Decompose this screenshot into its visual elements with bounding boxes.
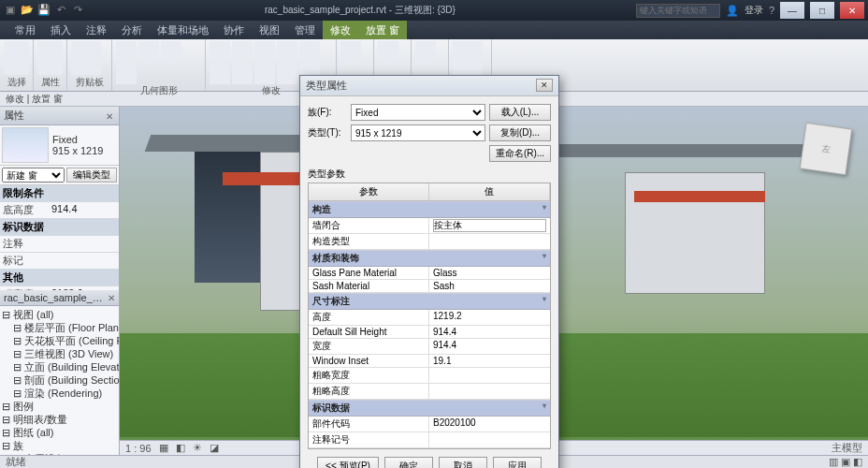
viewcube[interactable]: 左 (800, 123, 852, 175)
paste-tool-icon[interactable] (71, 41, 101, 75)
trim-icon[interactable] (299, 41, 320, 62)
cancel-button[interactable]: 取消 (439, 457, 487, 468)
rotate-icon[interactable] (254, 41, 275, 62)
create-icon[interactable] (415, 41, 436, 62)
copy-icon[interactable] (232, 41, 253, 62)
prop-sillheight-value[interactable]: 914.4 (51, 203, 116, 217)
param-value[interactable]: B2020100 (429, 417, 550, 431)
family-select[interactable]: Fixed (351, 104, 485, 121)
param-value[interactable]: Sash (429, 280, 550, 292)
prop-group-identity[interactable]: 标识数据 (0, 219, 119, 236)
tab-home[interactable]: 常用 (7, 21, 43, 39)
open-icon[interactable]: 📂 (21, 4, 34, 17)
tab-context[interactable]: 放置 窗 (358, 21, 407, 39)
rename-button[interactable]: 重命名(R)... (489, 145, 551, 162)
array-icon[interactable] (254, 64, 275, 84)
tree-node[interactable]: ⊟ 天花板平面 (Ceiling Plan) (2, 334, 117, 347)
help-icon[interactable]: ? (769, 5, 774, 16)
maximize-button[interactable]: □ (810, 2, 834, 19)
properties-tool-icon[interactable] (37, 41, 63, 75)
param-value[interactable] (429, 384, 550, 399)
tree-node[interactable]: ⊟ 立面 (Building Elevation) (2, 360, 117, 373)
dialog-close-icon[interactable]: ✕ (536, 79, 553, 92)
prop-mark-value[interactable] (51, 254, 116, 268)
prop-group-other[interactable]: 其他 (0, 270, 119, 286)
measure-icon[interactable] (378, 41, 398, 62)
tree-node[interactable]: ⊟ 视图 (all) (2, 308, 117, 321)
prop-group-constraints[interactable]: 限制条件 (0, 185, 119, 202)
param-value[interactable]: 914.4 (429, 326, 550, 338)
tab-insert[interactable]: 插入 (43, 21, 79, 39)
offset-icon[interactable] (210, 64, 230, 84)
join-geom-icon[interactable] (138, 41, 159, 62)
project-browser-tree[interactable]: ⊟ 视图 (all)⊟ 楼层平面 (Floor Plan)⊟ 天花板平面 (Ce… (0, 306, 119, 455)
tree-node[interactable]: ⊟ 三维视图 (3D View) (2, 347, 117, 360)
detail-level-icon[interactable]: ▦ (159, 442, 168, 454)
param-value[interactable] (429, 218, 550, 233)
browser-close-icon[interactable]: ✕ (108, 293, 115, 302)
login-link[interactable]: 登录 (745, 4, 763, 17)
tab-massing[interactable]: 体量和场地 (150, 21, 216, 39)
view-scale[interactable]: 1 : 96 (125, 443, 152, 454)
tree-node[interactable]: ⊟ 明细表/数量 (2, 413, 117, 426)
cope-icon[interactable] (161, 41, 181, 62)
tree-node[interactable]: ⊟ 族 (2, 439, 117, 452)
browser-panel-header[interactable]: rac_basic_sample_project.rvt ✕ (0, 290, 119, 306)
param-value[interactable]: 914.4 (429, 339, 550, 354)
app-menu-icon[interactable]: ▣ (4, 4, 17, 17)
param-value[interactable]: Glass (429, 267, 550, 279)
view-icon[interactable] (340, 41, 361, 62)
param-group-header[interactable]: 材质和装饰 (309, 250, 550, 267)
select-tool-icon[interactable] (4, 41, 29, 75)
cut-geom-icon[interactable] (116, 41, 137, 62)
close-button[interactable]: ✕ (840, 2, 864, 19)
shadows-icon[interactable]: ◪ (210, 442, 219, 454)
help-search-input[interactable] (636, 4, 720, 18)
param-value[interactable] (429, 234, 550, 249)
properties-panel-header[interactable]: 属性 ✕ (0, 107, 119, 125)
ok-button[interactable]: 确定 (384, 457, 433, 468)
subscription-icon[interactable]: 👤 (726, 5, 739, 17)
mirror-icon[interactable] (277, 41, 297, 62)
tree-node[interactable]: ⊟ 剖面 (Building Section) (2, 373, 117, 387)
tab-manage[interactable]: 管理 (287, 21, 323, 39)
redo-icon[interactable]: ↷ (71, 4, 84, 17)
undo-icon[interactable]: ↶ (54, 4, 67, 17)
type-thumbnail-icon[interactable] (2, 127, 49, 163)
param-value[interactable] (429, 368, 550, 383)
param-group-header[interactable]: 标识数据 (309, 400, 550, 417)
align-icon[interactable] (232, 64, 253, 84)
prop-comments-value[interactable] (51, 237, 116, 251)
duplicate-button[interactable]: 复制(D)... (489, 124, 551, 141)
param-value[interactable]: 19.1 (429, 355, 550, 367)
scale-icon[interactable] (277, 64, 297, 84)
preview-button[interactable]: << 预览(P) (317, 457, 379, 468)
param-group-header[interactable]: 尺寸标注 (309, 293, 550, 310)
worksharing-model[interactable]: 主模型 (832, 441, 862, 455)
type-select[interactable]: 915 x 1219 (351, 124, 485, 141)
instance-filter-select[interactable]: 新建 窗 (2, 168, 65, 183)
tree-node[interactable]: ⊟ 图例 (2, 400, 117, 413)
tab-analyze[interactable]: 分析 (114, 21, 150, 39)
apply-button[interactable]: 应用 (493, 457, 542, 468)
move-icon[interactable] (210, 41, 230, 62)
tree-node[interactable]: ⊟ 楼层平面 (Floor Plan) (2, 321, 117, 334)
save-icon[interactable]: 💾 (37, 4, 51, 17)
tab-view[interactable]: 视图 (252, 21, 287, 39)
edit-type-button[interactable]: 编辑类型 (66, 168, 117, 183)
param-value[interactable] (429, 432, 550, 447)
split-icon[interactable] (116, 64, 137, 84)
mode-icon[interactable] (453, 41, 483, 75)
param-value[interactable]: 1219.2 (429, 310, 550, 325)
load-button[interactable]: 载入(L)... (489, 104, 551, 121)
tab-modify[interactable]: 修改 (323, 21, 358, 39)
properties-close-icon[interactable]: ✕ (106, 111, 115, 121)
minimize-button[interactable]: — (780, 2, 804, 19)
sun-path-icon[interactable]: ☀ (193, 442, 202, 454)
param-group-header[interactable]: 构造 (309, 201, 550, 218)
tree-node[interactable]: ⊟ 渲染 (Rendering) (2, 387, 117, 400)
tree-node[interactable]: ⊟ 图纸 (all) (2, 426, 117, 439)
tab-collaborate[interactable]: 协作 (216, 21, 252, 39)
visual-style-icon[interactable]: ◧ (176, 442, 185, 454)
tab-annotate[interactable]: 注释 (79, 21, 114, 39)
